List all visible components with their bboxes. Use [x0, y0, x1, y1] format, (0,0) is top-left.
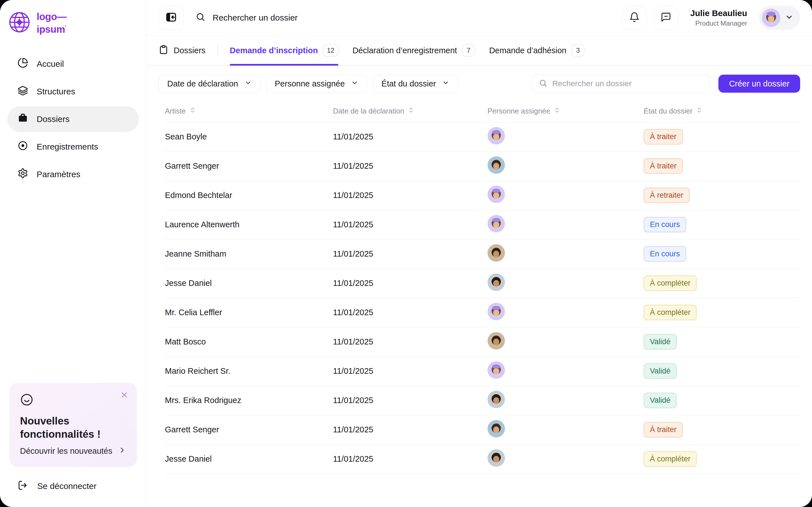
declaration-date: 11/01/2025 — [333, 220, 488, 229]
table-row[interactable]: Jeanne Smitham 11/01/2025 En cours — [165, 239, 800, 269]
sidebar-item-label: Accueil — [37, 59, 64, 69]
global-search[interactable]: Rechercher un dossier — [196, 12, 298, 24]
assignee-cell — [488, 186, 644, 205]
table-row[interactable]: Sean Boyle 11/01/2025 À traiter — [165, 122, 800, 151]
tab-dossiers[interactable]: Dossiers — [158, 36, 206, 65]
tab-label: Demande d’adhésion — [489, 46, 566, 55]
table-row[interactable]: Matt Bosco 11/01/2025 Validé — [165, 327, 800, 356]
column-header-etat[interactable]: État du dossier — [644, 107, 800, 115]
column-header-personne[interactable]: Personne assignée — [488, 107, 644, 115]
status-cell: À retraiter — [644, 187, 800, 203]
tab-declaration-enregistrement[interactable]: Déclaration d’enregistrement 7 — [352, 36, 475, 65]
declaration-date: 11/01/2025 — [333, 279, 488, 288]
assignee-avatar — [488, 361, 505, 379]
table-row[interactable]: Mario Reichert Sr. 11/01/2025 Validé — [165, 356, 800, 386]
declaration-date: 11/01/2025 — [333, 396, 488, 405]
status-cell: À traiter — [644, 422, 800, 438]
declaration-date: 11/01/2025 — [333, 249, 488, 259]
assignee-cell — [488, 156, 644, 176]
table-row[interactable]: Garrett Senger 11/01/2025 À traiter — [165, 415, 800, 444]
sidebar-item-dossiers[interactable]: Dossiers — [7, 106, 139, 132]
declaration-date: 11/01/2025 — [333, 161, 488, 171]
search-input[interactable] — [552, 79, 703, 88]
briefcase-icon — [17, 113, 28, 125]
divider — [217, 44, 218, 57]
table-search — [531, 75, 711, 93]
chevron-down-icon — [245, 79, 252, 89]
status-cell: À compléter — [644, 305, 800, 320]
smiley-icon — [20, 402, 34, 407]
logout-icon — [17, 480, 28, 493]
table-header: Artiste Date de la déclaration Personne … — [165, 100, 800, 122]
artist-name: Matt Bosco — [165, 337, 333, 346]
filter-etat-dossier[interactable]: État du dossier — [373, 75, 458, 93]
logout-label: Se déconnecter — [37, 482, 96, 491]
status-badge: Validé — [644, 334, 677, 349]
assignee-cell — [488, 391, 644, 410]
status-badge: En cours — [644, 246, 686, 262]
table-row[interactable]: Jesse Daniel 11/01/2025 À compléter — [165, 269, 800, 298]
notifications-button[interactable] — [622, 5, 647, 30]
table-row[interactable]: Mr. Celia Leffler 11/01/2025 À compléter — [165, 298, 800, 327]
tab-label: Demande d’inscription — [230, 46, 318, 55]
user-menu[interactable] — [759, 6, 800, 30]
status-badge: À traiter — [644, 129, 683, 145]
table-row[interactable]: Garrett Senger 11/01/2025 À traiter — [165, 151, 800, 180]
status-badge: À compléter — [644, 305, 697, 320]
filter-label: Date de déclaration — [167, 79, 238, 89]
search-icon — [196, 12, 205, 24]
status-cell: En cours — [644, 246, 800, 262]
status-cell: Validé — [644, 393, 800, 408]
status-cell: Validé — [644, 334, 800, 349]
create-dossier-button[interactable]: Créer un dossier — [718, 75, 800, 93]
table-row[interactable]: Laurence Altenwerth 11/01/2025 En cours — [165, 210, 800, 239]
close-icon[interactable] — [120, 391, 129, 400]
collapse-sidebar-button[interactable] — [158, 5, 184, 30]
table-body: Sean Boyle 11/01/2025 À traiter Garrett … — [165, 122, 800, 473]
assignee-avatar — [488, 274, 505, 291]
clipboard-icon — [158, 45, 168, 57]
table-row[interactable]: Mrs. Erika Rodriguez 11/01/2025 Validé — [165, 386, 800, 415]
sidebar-item-structures[interactable]: Structures — [7, 78, 139, 105]
assignee-avatar — [488, 391, 505, 408]
sidebar: logo— ipsum' Accueil — [0, 0, 147, 507]
artist-name: Sean Boyle — [165, 132, 333, 142]
artist-name: Jesse Daniel — [165, 279, 333, 288]
sort-icon — [554, 107, 560, 115]
bell-icon — [629, 12, 640, 24]
assignee-cell — [488, 332, 644, 351]
filter-personne-assignee[interactable]: Personne assignée — [266, 75, 367, 93]
assignee-avatar — [488, 420, 505, 438]
record-icon — [17, 140, 28, 153]
sidebar-item-parametres[interactable]: Paramètres — [7, 161, 139, 187]
status-cell: Validé — [644, 363, 800, 379]
table-row[interactable]: Edmond Bechtelar 11/01/2025 À retraiter — [165, 180, 800, 210]
main-area: Rechercher un dossier — [147, 0, 812, 507]
logout-button[interactable]: Se déconnecter — [0, 475, 146, 497]
sidebar-item-enregistrements[interactable]: Enregistrements — [7, 134, 139, 160]
top-header: Rechercher un dossier — [147, 0, 812, 36]
chevron-down-icon — [351, 79, 358, 89]
dossiers-table: Artiste Date de la déclaration Personne … — [165, 100, 800, 473]
status-cell: À compléter — [644, 451, 800, 467]
column-header-artiste[interactable]: Artiste — [165, 107, 333, 115]
column-header-date[interactable]: Date de la déclaration — [333, 107, 488, 115]
tab-count-badge: 3 — [571, 44, 585, 57]
artist-name: Laurence Altenwerth — [165, 220, 333, 229]
assignee-cell — [488, 244, 644, 264]
tab-demande-adhesion[interactable]: Demande d’adhésion 3 — [489, 36, 585, 65]
filter-date-declaration[interactable]: Date de déclaration — [158, 75, 260, 93]
promo-link[interactable]: Découvrir les nouveautés — [20, 446, 126, 456]
declaration-date: 11/01/2025 — [333, 191, 488, 200]
status-badge: À traiter — [644, 422, 683, 438]
table-row[interactable]: Jesse Daniel 11/01/2025 À compléter — [165, 444, 800, 473]
user-role: Product Manager — [690, 19, 747, 27]
global-search-label: Rechercher un dossier — [213, 13, 298, 22]
tab-count-badge: 7 — [462, 44, 475, 57]
tab-demande-inscription[interactable]: Demande d’inscription 12 — [230, 36, 338, 65]
sidebar-item-accueil[interactable]: Accueil — [7, 51, 139, 77]
chevron-right-icon — [118, 446, 126, 456]
user-name: Julie Beaulieu — [690, 8, 747, 18]
assignee-cell — [488, 420, 644, 439]
messages-button[interactable] — [654, 5, 678, 30]
